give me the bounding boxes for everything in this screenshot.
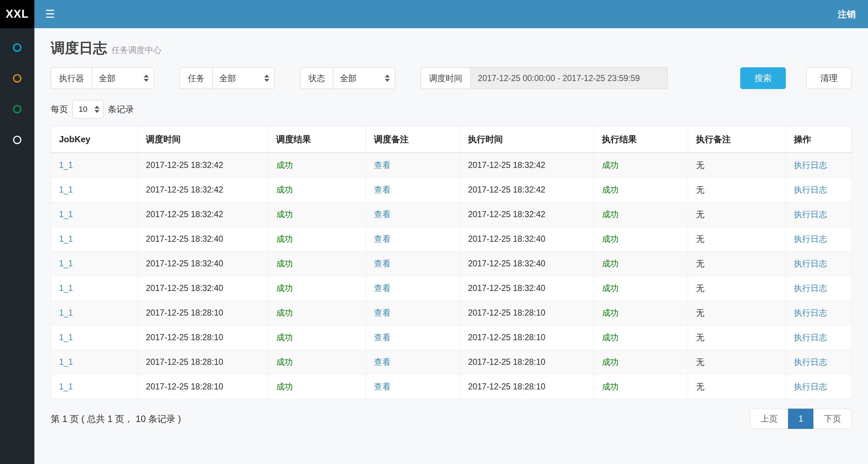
- page-size-prefix-label: 每页: [51, 104, 68, 115]
- view-trigger-msg-link[interactable]: 查看: [374, 185, 391, 194]
- status-select-value: 全部: [340, 73, 357, 84]
- jobkey-link[interactable]: 1_1: [59, 308, 73, 317]
- job-filter: 任务 全部: [180, 67, 275, 89]
- handle-time-cell: 2017-12-25 18:32:40: [460, 227, 594, 252]
- job-filter-label: 任务: [180, 67, 212, 89]
- job-select[interactable]: 全部: [212, 67, 275, 89]
- handle-msg-cell: 无: [688, 153, 786, 178]
- handle-result-cell: 成功: [594, 153, 688, 178]
- pagination: 上页 1 下页: [750, 409, 852, 429]
- view-trigger-msg-link[interactable]: 查看: [374, 234, 391, 244]
- table-row: 1_1 2017-12-25 18:32:42 成功 查看 2017-12-25…: [51, 202, 852, 227]
- pagination-next-button[interactable]: 下页: [813, 409, 852, 429]
- handle-time-cell: 2017-12-25 18:28:10: [460, 375, 594, 399]
- clear-button[interactable]: 清理: [806, 67, 852, 89]
- handle-time-cell: 2017-12-25 18:32:42: [460, 153, 594, 178]
- handle-result-cell: 成功: [594, 276, 688, 301]
- execution-log-link[interactable]: 执行日志: [794, 210, 827, 219]
- col-header-handle-msg: 执行备注: [688, 126, 786, 153]
- handle-msg-cell: 无: [688, 178, 786, 202]
- col-header-handle-time: 执行时间: [460, 126, 594, 153]
- handle-result-cell: 成功: [594, 375, 688, 399]
- trigger-time-cell: 2017-12-25 18:32:42: [138, 202, 268, 227]
- trigger-time-range-input[interactable]: [470, 67, 667, 89]
- execution-log-link[interactable]: 执行日志: [794, 382, 827, 391]
- handle-time-cell: 2017-12-25 18:32:42: [460, 178, 594, 202]
- pagination-page-1-button[interactable]: 1: [788, 409, 814, 429]
- circle-outline-icon-orange: [13, 74, 21, 83]
- jobkey-link[interactable]: 1_1: [59, 234, 73, 244]
- jobkey-link[interactable]: 1_1: [59, 333, 73, 342]
- executor-select[interactable]: 全部: [92, 67, 154, 89]
- page-size-select-value: 10: [79, 105, 87, 114]
- status-filter: 状态 全部: [300, 67, 395, 89]
- execution-log-link[interactable]: 执行日志: [794, 283, 827, 293]
- sidebar-item-3[interactable]: [13, 105, 21, 113]
- executor-select-value: 全部: [99, 73, 115, 84]
- execution-log-link[interactable]: 执行日志: [794, 333, 827, 342]
- select-arrows-icon: [94, 106, 100, 113]
- trigger-time-cell: 2017-12-25 18:28:10: [138, 301, 268, 325]
- select-arrows-icon: [264, 75, 269, 82]
- jobkey-link[interactable]: 1_1: [59, 185, 73, 194]
- view-trigger-msg-link[interactable]: 查看: [374, 382, 391, 391]
- table-row: 1_1 2017-12-25 18:32:42 成功 查看 2017-12-25…: [51, 153, 852, 178]
- col-header-trigger-msg: 调度备注: [366, 126, 460, 153]
- trigger-time-cell: 2017-12-25 18:32:40: [138, 276, 268, 301]
- trigger-result-cell: 成功: [268, 301, 366, 325]
- trigger-time-filter: 调度时间: [421, 67, 667, 89]
- logout-link[interactable]: 注销: [838, 8, 868, 20]
- execution-log-link[interactable]: 执行日志: [794, 234, 827, 244]
- jobkey-link[interactable]: 1_1: [59, 259, 73, 268]
- view-trigger-msg-link[interactable]: 查看: [374, 283, 391, 293]
- jobkey-link[interactable]: 1_1: [59, 382, 73, 391]
- executor-filter-label: 执行器: [51, 67, 92, 89]
- jobkey-link[interactable]: 1_1: [59, 357, 73, 367]
- table-row: 1_1 2017-12-25 18:32:40 成功 查看 2017-12-25…: [51, 227, 852, 252]
- view-trigger-msg-link[interactable]: 查看: [374, 210, 391, 219]
- search-button[interactable]: 搜索: [740, 67, 786, 89]
- table-footer: 第 1 页 ( 总共 1 页， 10 条记录 ) 上页 1 下页: [51, 409, 852, 443]
- trigger-result-cell: 成功: [268, 375, 366, 399]
- jobkey-link[interactable]: 1_1: [59, 210, 73, 219]
- execution-log-link[interactable]: 执行日志: [794, 259, 827, 268]
- executor-filter: 执行器 全部: [51, 67, 154, 89]
- trigger-time-cell: 2017-12-25 18:28:10: [138, 375, 268, 399]
- handle-msg-cell: 无: [688, 350, 786, 375]
- execution-log-link[interactable]: 执行日志: [794, 308, 827, 317]
- view-trigger-msg-link[interactable]: 查看: [374, 308, 391, 317]
- sidebar-item-2[interactable]: [13, 74, 21, 83]
- trigger-time-cell: 2017-12-25 18:32:40: [138, 227, 268, 252]
- view-trigger-msg-link[interactable]: 查看: [374, 333, 391, 342]
- execution-log-link[interactable]: 执行日志: [794, 357, 827, 367]
- handle-result-cell: 成功: [594, 227, 688, 252]
- jobkey-link[interactable]: 1_1: [59, 160, 73, 170]
- sidebar: [0, 28, 34, 464]
- navbar-main: ☰ 注销: [34, 0, 868, 28]
- circle-outline-icon-cyan: [13, 43, 21, 52]
- jobkey-link[interactable]: 1_1: [59, 283, 73, 293]
- view-trigger-msg-link[interactable]: 查看: [374, 357, 391, 367]
- handle-result-cell: 成功: [594, 202, 688, 227]
- execution-log-link[interactable]: 执行日志: [794, 160, 827, 170]
- app-logo[interactable]: XXL: [0, 0, 34, 28]
- view-trigger-msg-link[interactable]: 查看: [374, 160, 391, 170]
- sidebar-item-1[interactable]: [13, 43, 21, 52]
- sidebar-item-4[interactable]: [13, 136, 21, 144]
- view-trigger-msg-link[interactable]: 查看: [374, 259, 391, 268]
- sidebar-toggle-icon[interactable]: ☰: [34, 0, 66, 28]
- handle-msg-cell: 无: [688, 227, 786, 252]
- pagination-prev-button[interactable]: 上页: [750, 409, 788, 429]
- status-select[interactable]: 全部: [333, 67, 395, 89]
- circle-outline-icon-green: [13, 105, 21, 113]
- trigger-result-cell: 成功: [268, 202, 366, 227]
- handle-time-cell: 2017-12-25 18:32:40: [460, 276, 594, 301]
- page-size-select[interactable]: 10: [72, 100, 104, 119]
- handle-msg-cell: 无: [688, 252, 786, 276]
- handle-msg-cell: 无: [688, 301, 786, 325]
- handle-time-cell: 2017-12-25 18:32:42: [460, 202, 594, 227]
- col-header-handle-result: 执行结果: [594, 126, 688, 153]
- page-header: 调度日志任务调度中心: [51, 38, 852, 58]
- page-title: 调度日志: [51, 40, 107, 56]
- execution-log-link[interactable]: 执行日志: [794, 185, 827, 194]
